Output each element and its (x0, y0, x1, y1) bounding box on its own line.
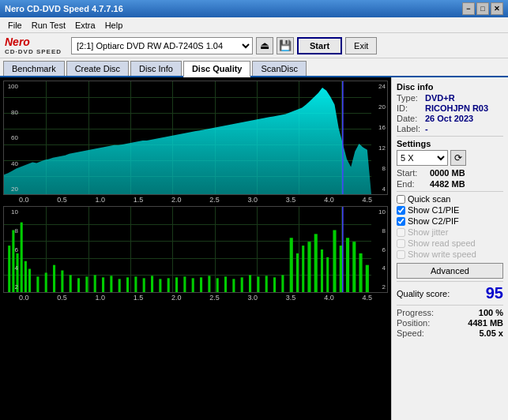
svg-rect-40 (296, 253, 299, 292)
date-value: 26 Oct 2023 (425, 114, 473, 123)
progress-row: Progress: 100 % (397, 308, 503, 317)
y-axis-top: 24 20 16 12 8 4 (371, 81, 387, 194)
quality-row: Quality score: 95 (397, 281, 503, 302)
y-axis-left-top: 100 80 60 40 20 (4, 81, 20, 194)
minimize-button[interactable]: − (462, 2, 475, 15)
start-button[interactable]: Start (297, 37, 342, 54)
start-mb-row: Start: 0000 MB (397, 168, 503, 178)
show-c1pie-checkbox[interactable] (397, 206, 405, 215)
menu-extra[interactable]: Extra (70, 20, 100, 31)
chart-top: 24 20 16 12 8 4 100 80 60 40 20 (3, 81, 388, 195)
close-button[interactable]: ✕ (491, 2, 503, 15)
svg-rect-17 (110, 276, 112, 292)
svg-rect-34 (249, 275, 251, 292)
disc-label-row: Label: - (397, 124, 503, 133)
svg-rect-6 (24, 261, 27, 292)
disc-info-title: Disc info (397, 82, 503, 92)
tab-disc-info[interactable]: Disc Info (130, 61, 182, 76)
show-c1pie-label: Show C1/PIE (408, 205, 459, 215)
toolbar: Nero CD·DVD SPEED [2:1] Optiarc DVD RW A… (0, 33, 508, 58)
tab-disc-quality[interactable]: Disc Quality (183, 61, 251, 77)
show-jitter-checkbox[interactable] (397, 228, 405, 237)
eject-icon[interactable]: ⏏ (256, 37, 273, 54)
progress-value: 100 % (479, 308, 503, 317)
svg-rect-15 (94, 275, 96, 292)
svg-rect-35 (257, 276, 259, 292)
end-value: 4482 MB (430, 179, 465, 189)
svg-rect-38 (281, 275, 284, 292)
show-read-speed-label: Show read speed (408, 238, 476, 248)
x-labels-top: 0.0 0.5 1.0 1.5 2.0 2.5 3.0 3.5 4.0 4.5 (3, 195, 388, 204)
quality-label: Quality score: (397, 289, 450, 298)
quick-scan-checkbox[interactable] (397, 195, 405, 204)
start-label: Start: (397, 168, 430, 178)
svg-rect-25 (175, 277, 178, 292)
svg-rect-12 (70, 275, 72, 292)
menu-bar: File Run Test Extra Help (0, 17, 508, 33)
divider-2 (397, 191, 503, 192)
svg-rect-8 (36, 276, 39, 292)
disc-id-row: ID: RICOHJPN R03 (397, 103, 503, 113)
progress-label: Progress: (397, 308, 434, 317)
show-write-speed-label: Show write speed (408, 249, 476, 259)
speed-select[interactable]: 5 X 1 X 2 X 4 X 8 X Max (397, 150, 448, 166)
svg-rect-22 (151, 276, 153, 292)
drive-select[interactable]: [2:1] Optiarc DVD RW AD-7240S 1.04 (71, 37, 253, 54)
label-label: Label: (397, 124, 425, 133)
svg-rect-46 (333, 230, 336, 292)
show-write-speed-row: Show write speed (397, 249, 503, 259)
svg-rect-21 (143, 278, 145, 292)
svg-rect-28 (200, 277, 202, 292)
svg-rect-33 (241, 277, 243, 292)
tab-benchmark[interactable]: Benchmark (3, 61, 65, 76)
pi-errors-chart (4, 81, 371, 194)
svg-rect-48 (346, 238, 349, 292)
tab-scan-disc[interactable]: ScanDisc (252, 61, 306, 76)
end-mb-row: End: 4482 MB (397, 179, 503, 189)
show-jitter-label: Show jitter (408, 227, 448, 237)
quick-scan-row: Quick scan (397, 194, 503, 204)
advanced-button[interactable]: Advanced (397, 263, 503, 279)
type-value: DVD+R (425, 93, 455, 103)
svg-rect-45 (326, 257, 329, 292)
position-row: Position: 4481 MB (397, 318, 503, 328)
refresh-button[interactable]: ⟳ (450, 150, 466, 166)
position-value: 4481 MB (468, 318, 503, 328)
main-content: 24 20 16 12 8 4 100 80 60 40 20 0.0 0.5 … (0, 77, 508, 420)
menu-file[interactable]: File (3, 20, 27, 31)
save-icon[interactable]: 💾 (277, 37, 294, 54)
show-c2pif-checkbox[interactable] (397, 217, 405, 226)
svg-rect-9 (45, 272, 47, 292)
svg-rect-50 (359, 253, 363, 292)
title-bar: Nero CD-DVD Speed 4.7.7.16 − □ ✕ (0, 0, 508, 17)
svg-rect-42 (307, 242, 310, 292)
start-value: 0000 MB (430, 168, 465, 178)
app-title: Nero CD-DVD Speed 4.7.7.16 (5, 4, 462, 13)
id-value: RICOHJPN R03 (425, 103, 488, 113)
menu-help[interactable]: Help (100, 20, 128, 31)
svg-rect-20 (134, 276, 137, 292)
svg-rect-23 (159, 279, 161, 292)
show-write-speed-checkbox[interactable] (397, 250, 405, 259)
divider-1 (397, 136, 503, 137)
svg-rect-44 (321, 249, 323, 292)
speed-row: Speed: 5.05 x (397, 328, 503, 338)
tab-create-disc[interactable]: Create Disc (66, 61, 129, 76)
show-read-speed-row: Show read speed (397, 238, 503, 248)
svg-rect-31 (224, 276, 227, 292)
svg-rect-30 (216, 278, 219, 292)
show-c2pif-label: Show C2/PIF (408, 216, 459, 226)
exit-button[interactable]: Exit (345, 37, 377, 54)
svg-rect-24 (167, 278, 170, 292)
type-label: Type: (397, 93, 425, 103)
show-read-speed-checkbox[interactable] (397, 239, 405, 248)
chart-area: 24 20 16 12 8 4 100 80 60 40 20 0.0 0.5 … (0, 77, 391, 420)
show-jitter-row: Show jitter (397, 227, 503, 237)
x-labels-bottom: 0.0 0.5 1.0 1.5 2.0 2.5 3.0 3.5 4.0 4.5 (3, 293, 388, 302)
menu-run-test[interactable]: Run Test (27, 20, 70, 31)
show-c1pie-row: Show C1/PIE (397, 205, 503, 215)
disc-date-row: Date: 26 Oct 2023 (397, 114, 503, 123)
maximize-button[interactable]: □ (476, 2, 489, 15)
svg-rect-32 (232, 279, 235, 292)
chart-bottom: 10 8 6 4 2 10 8 6 4 2 (3, 206, 388, 293)
